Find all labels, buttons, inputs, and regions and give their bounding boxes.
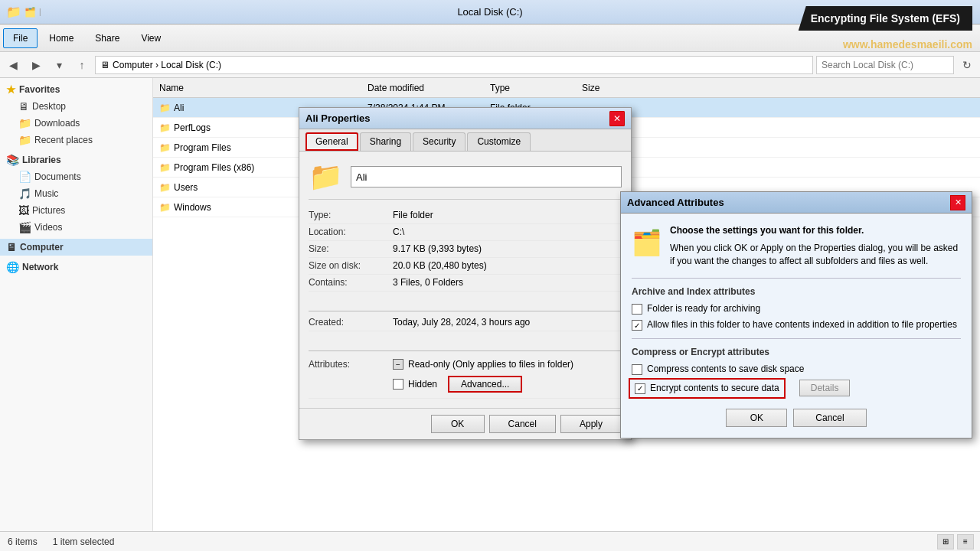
encrypt-checkbox[interactable]: ✓ <box>635 383 645 394</box>
libraries-label: Libraries <box>22 155 61 165</box>
location-row: Location: C:\ <box>309 224 622 241</box>
documents-label: Documents <box>34 171 81 182</box>
folder-icon: 🖥 <box>18 100 29 112</box>
index-check-row: ✓ Allow files in this folder to have con… <box>632 319 961 331</box>
spacer-row <box>309 295 622 311</box>
search-input[interactable] <box>816 56 954 74</box>
efs-banner: Encrypting File System (EFS) <box>799 6 972 31</box>
sidebar-item-downloads[interactable]: 📁 Downloads <box>0 115 152 132</box>
advanced-attributes-dialog: Advanced Attributes ✕ 🗂️ Choose the sett… <box>620 191 972 439</box>
forward-btn[interactable]: ▶ <box>26 55 46 75</box>
properties-close-btn[interactable]: ✕ <box>609 111 625 126</box>
sidebar-item-documents[interactable]: 📄 Documents <box>0 168 152 185</box>
network-icon: 🌐 <box>6 261 19 273</box>
view-menu-btn[interactable]: View <box>131 28 171 48</box>
col-date-header[interactable]: Date modified <box>368 83 490 93</box>
address-path[interactable]: 🖥 Computer › Local Disk (C:) <box>95 56 813 74</box>
index-label: Allow files in this folder to have conte… <box>647 319 957 330</box>
favorites-label: Favorites <box>19 84 60 95</box>
computer-header[interactable]: 🖥 Computer <box>0 239 152 256</box>
created-label: Created: <box>309 317 393 328</box>
adv-title-bar: Advanced Attributes ✕ <box>621 192 972 214</box>
readonly-checkbox[interactable]: − <box>393 359 403 370</box>
hidden-checkbox[interactable] <box>393 379 403 390</box>
properties-apply-btn[interactable]: Apply <box>560 415 622 433</box>
title-bar-separator: | <box>39 8 41 16</box>
videos-icon: 🎬 <box>18 221 31 233</box>
contains-row: Contains: 3 Files, 0 Folders <box>309 275 622 292</box>
refresh-btn[interactable]: ↻ <box>957 55 977 75</box>
view-detail-btn[interactable]: ≡ <box>957 534 974 549</box>
sidebar-section-computer: 🖥 Computer <box>0 239 152 256</box>
adv-divider1 <box>632 278 961 279</box>
back-btn[interactable]: ◀ <box>3 55 23 75</box>
col-size-header[interactable]: Size <box>582 83 658 93</box>
star-icon: ★ <box>6 83 16 96</box>
created-value: Today, July 28, 2024, 3 hours ago <box>393 317 530 328</box>
folder-name-input[interactable] <box>351 166 622 187</box>
sidebar-item-recent[interactable]: 📁 Recent places <box>0 132 152 148</box>
sidebar-item-videos[interactable]: 🎬 Videos <box>0 219 152 236</box>
properties-tabs: General Sharing Security Customize <box>299 129 631 152</box>
sidebar-item-desktop[interactable]: 🖥 Desktop <box>0 98 152 115</box>
recent-btn[interactable]: ▾ <box>49 55 69 75</box>
selected-count: 1 item selected <box>53 536 115 547</box>
hidden-label: Hidden <box>408 379 437 390</box>
index-checkbox[interactable]: ✓ <box>632 320 642 331</box>
col-type-header[interactable]: Type <box>490 83 582 93</box>
window: Encrypting File System (EFS) www.hamedes… <box>0 0 980 551</box>
libraries-header[interactable]: 📚 Libraries <box>0 152 152 168</box>
adv-cancel-btn[interactable]: Cancel <box>793 409 866 427</box>
music-label: Music <box>34 188 58 199</box>
computer-icon: 🖥 <box>100 60 109 70</box>
properties-title-bar: Ali Properties ✕ <box>299 108 631 129</box>
readonly-label: Read-only (Only applies to files in fold… <box>408 359 573 370</box>
attributes-controls: − Read-only (Only applies to files in fo… <box>393 359 573 396</box>
sidebar-item-pictures[interactable]: 🖼 Pictures <box>0 202 152 219</box>
encrypt-label: Encrypt contents to secure data <box>650 383 779 393</box>
size-value: 9.17 KB (9,393 bytes) <box>393 243 482 255</box>
tab-customize[interactable]: Customize <box>467 132 531 151</box>
archive-checkbox[interactable] <box>632 304 642 315</box>
sidebar: ★ Favorites 🖥 Desktop 📁 Downloads 📁 Rece… <box>0 78 153 531</box>
network-header[interactable]: 🌐 Network <box>0 259 152 276</box>
tab-general[interactable]: General <box>305 132 358 151</box>
address-bar: ◀ ▶ ▾ ↑ 🖥 Computer › Local Disk (C:) ↻ <box>0 52 980 78</box>
sidebar-item-music[interactable]: 🎵 Music <box>0 185 152 202</box>
recent-label: Recent places <box>34 135 93 145</box>
col-name-header[interactable]: Name <box>153 83 368 93</box>
sidebar-section-libraries: 📚 Libraries 📄 Documents 🎵 Music 🖼 Pictur… <box>0 152 152 236</box>
compress-checkbox[interactable] <box>632 364 642 375</box>
created-row: Created: Today, July 28, 2024, 3 hours a… <box>309 315 622 331</box>
type-label: Type: <box>309 210 393 221</box>
adv-close-btn[interactable]: ✕ <box>950 195 965 210</box>
file-list-header: Name Date modified Type Size <box>153 78 980 98</box>
title-bar-icon: 📁 <box>6 5 21 19</box>
size-on-disk-label: Size on disk: <box>309 260 393 272</box>
adv-ok-btn[interactable]: OK <box>726 409 787 427</box>
home-menu-btn[interactable]: Home <box>39 28 83 48</box>
details-btn[interactable]: Details <box>799 380 851 396</box>
sidebar-section-favorites: ★ Favorites 🖥 Desktop 📁 Downloads 📁 Rece… <box>0 81 152 148</box>
adv-description-area: 🗂️ Choose the settings you want for this… <box>632 224 961 267</box>
location-value: C:\ <box>393 227 404 238</box>
location-label: Location: <box>309 227 393 238</box>
share-menu-btn[interactable]: Share <box>85 28 129 48</box>
computer-label: Computer <box>20 242 64 253</box>
folder-header: 📁 <box>309 161 622 200</box>
status-bar: 6 items 1 item selected ⊞ ≡ <box>0 531 980 551</box>
recent-folder-icon: 📁 <box>18 134 31 146</box>
favorites-header[interactable]: ★ Favorites <box>0 81 152 98</box>
tab-sharing[interactable]: Sharing <box>360 132 411 151</box>
network-label: Network <box>22 262 58 272</box>
website-label: www.hamedesmaeili.com <box>843 38 972 51</box>
properties-table: Type: File folder Location: C:\ Size: 9.… <box>309 207 622 399</box>
file-menu-btn[interactable]: File <box>3 28 38 48</box>
adv-desc-line1: Choose the settings you want for this fo… <box>670 224 961 237</box>
properties-cancel-btn[interactable]: Cancel <box>489 415 556 433</box>
advanced-btn[interactable]: Advanced... <box>448 376 522 393</box>
tab-security[interactable]: Security <box>413 132 466 151</box>
up-btn[interactable]: ↑ <box>72 55 92 75</box>
view-list-btn[interactable]: ⊞ <box>937 534 954 549</box>
properties-ok-btn[interactable]: OK <box>431 415 485 433</box>
